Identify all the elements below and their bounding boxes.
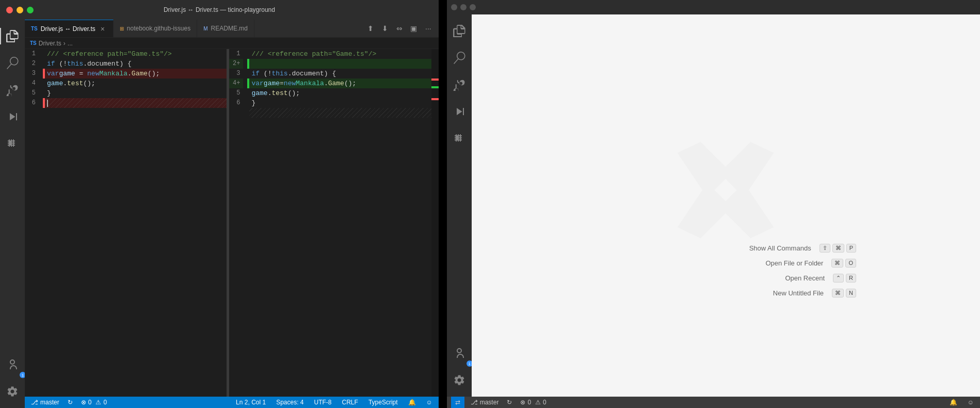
error-num: 0	[88, 399, 92, 406]
open-recent[interactable]: Open Recent ⌃ R	[749, 274, 856, 283]
notifications[interactable]: 🔔	[406, 397, 418, 408]
right-status-right: 🔔 ☺	[947, 397, 976, 408]
tab-close-driver[interactable]: ×	[99, 25, 107, 33]
right-branch-name: master	[480, 399, 499, 406]
split-editor-up[interactable]: ⬆	[364, 22, 377, 35]
md-icon: M	[203, 26, 207, 32]
language-text: TypeScript	[368, 399, 398, 406]
errors-count[interactable]: ⊗ 0 ⚠ 0	[79, 397, 109, 408]
sync-status[interactable]: ↻	[66, 397, 75, 408]
right-sync[interactable]: ↻	[505, 397, 514, 408]
code-line-2: if (!this.document) {	[45, 59, 227, 69]
status-bar-right-items: Ln 2, Col 1 Spaces: 4 UTF-8 CRLF TypeScr…	[234, 397, 435, 408]
rcode-line-4: var game=new Mankala.Game();	[249, 79, 431, 88]
account-icon[interactable]: 1	[0, 352, 25, 377]
right-error-icon: ⊗	[520, 399, 525, 406]
right-settings-icon[interactable]	[447, 368, 472, 393]
source-control-status[interactable]: ⎇ master	[29, 397, 61, 408]
indentation[interactable]: Spaces: 4	[274, 397, 306, 408]
remote-icon: ⇄	[455, 399, 460, 406]
settings-icon[interactable]	[0, 379, 25, 404]
open-file-folder[interactable]: Open File or Folder ⌘ O	[749, 259, 856, 268]
bell-icon: 🔔	[408, 399, 416, 406]
line-numbers-right: 1 2+ 3 4+ 5 6	[229, 49, 247, 397]
close-button[interactable]	[6, 7, 13, 13]
tab-driver-diff[interactable]: TS Driver.js ↔ Driver.ts ×	[25, 20, 114, 37]
key-cmd2: ⌘	[831, 259, 843, 268]
rcode-line-5: game.test();	[249, 88, 431, 98]
right-maximize[interactable]	[470, 4, 476, 10]
feedback[interactable]: ☺	[424, 397, 435, 408]
more-actions[interactable]: ···	[422, 22, 435, 35]
right-activity-run[interactable]	[447, 99, 472, 124]
tab-readme[interactable]: M README.md	[197, 20, 254, 37]
right-notifications[interactable]: 🔔	[947, 397, 959, 408]
split-editor-right[interactable]: ⇔	[393, 22, 406, 35]
right-minimize[interactable]	[460, 4, 467, 10]
encoding[interactable]: UTF-8	[312, 397, 334, 408]
show-all-commands[interactable]: Show All Commands ⇧ ⌘ P	[749, 244, 856, 253]
line-ending[interactable]: CRLF	[340, 397, 360, 408]
window-title: Driver.js ↔ Driver.ts — ticino-playgroun…	[164, 6, 275, 13]
vscode-logo	[674, 138, 777, 242]
right-account-icon[interactable]: 1	[447, 341, 472, 366]
right-close[interactable]	[451, 4, 457, 10]
right-activity-search[interactable]	[447, 45, 472, 70]
minimap-mark-red1	[431, 79, 439, 81]
activity-bar: 1	[0, 20, 25, 408]
welcome-commands: Show All Commands ⇧ ⌘ P Open File or Fol…	[749, 244, 856, 304]
open-file-folder-keys: ⌘ O	[831, 259, 856, 268]
activity-icon-extensions[interactable]	[0, 131, 25, 156]
code-line-5: }	[45, 88, 227, 98]
code-line-6[interactable]	[45, 98, 227, 108]
right-bell-icon: 🔔	[950, 399, 957, 406]
diff-pane-right[interactable]: 1 2+ 3 4+ 5 6	[229, 49, 431, 397]
traffic-lights	[6, 7, 34, 13]
maximize-button[interactable]	[27, 7, 34, 13]
minimap-mark-green1	[431, 86, 439, 88]
activity-icon-search[interactable]	[0, 51, 25, 75]
right-vscode-window: 1 Show All Commands ⇧ ⌘ P	[447, 0, 980, 408]
tab-notebook[interactable]: ⊞ notebook.github-issues	[114, 20, 197, 37]
right-activity-files[interactable]	[447, 19, 472, 43]
sync-icon: ↻	[68, 399, 73, 406]
encoding-text: UTF-8	[314, 399, 332, 406]
activity-icon-run[interactable]	[0, 104, 25, 129]
rcode-line-6: }	[249, 98, 431, 108]
code-right[interactable]: /// <reference path="Game.ts"/> if (!thi…	[249, 49, 431, 397]
right-errors[interactable]: ⊗ 0 ⚠ 0	[518, 397, 548, 408]
diff-pane-left[interactable]: 1 2 3 4 5 6	[25, 49, 227, 397]
breadcrumb-separator: ›	[63, 40, 66, 47]
rcode-line-3: if (!this.document) {	[249, 69, 431, 79]
right-activity-extensions[interactable]	[447, 126, 472, 151]
right-activity-source-control[interactable]	[447, 72, 472, 97]
position-text: Ln 2, Col 1	[236, 399, 266, 406]
right-branch[interactable]: ⎇ master	[469, 397, 501, 408]
editor-layout[interactable]: ▣	[408, 22, 420, 35]
ts-icon: TS	[31, 26, 38, 32]
show-all-commands-keys: ⇧ ⌘ P	[820, 244, 856, 253]
line-numbers-left: 1 2 3 4 5 6	[25, 49, 43, 397]
right-feedback[interactable]: ☺	[966, 397, 976, 408]
window-gap	[439, 0, 447, 408]
nb-icon: ⊞	[120, 26, 124, 32]
open-file-folder-label: Open File or Folder	[765, 259, 823, 267]
cursor-position[interactable]: Ln 2, Col 1	[234, 397, 268, 408]
new-untitled-file[interactable]: New Untitled File ⌘ N	[749, 289, 856, 297]
language-mode[interactable]: TypeScript	[366, 397, 400, 408]
minimize-button[interactable]	[17, 7, 23, 13]
new-untitled-file-label: New Untitled File	[773, 289, 824, 297]
split-editor-down[interactable]: ⬇	[379, 22, 391, 35]
right-feedback-icon: ☺	[968, 399, 974, 406]
activity-icon-files[interactable]	[0, 24, 25, 49]
code-left[interactable]: /// <reference path="Game.ts"/> if (!thi…	[45, 49, 227, 397]
right-activity-bar: 1	[447, 14, 472, 397]
tabs-actions: ⬆ ⬇ ⇔ ▣ ···	[364, 20, 439, 37]
editor-area: TS Driver.js ↔ Driver.ts × ⊞ notebook.gi…	[25, 20, 439, 408]
key-shift: ⇧	[820, 244, 830, 253]
remote-indicator[interactable]: ⇄	[451, 397, 464, 408]
minimap-mark-red2	[431, 98, 439, 100]
activity-icon-source-control[interactable]	[0, 77, 25, 102]
left-vscode-window: Driver.js ↔ Driver.ts — ticino-playgroun…	[0, 0, 439, 408]
open-recent-keys: ⌃ R	[833, 274, 856, 283]
